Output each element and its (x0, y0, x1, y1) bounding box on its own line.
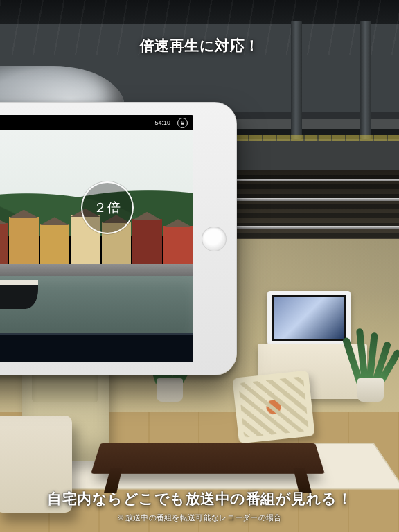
plant (346, 326, 395, 402)
player-screen: ２倍 54:10 (0, 115, 193, 362)
speed-label: ２倍 (94, 199, 121, 217)
promo-stage: 倍速再生に対応！ 自宅内ならどこでも放送中の番組が見れる！ ※放送中の番組を転送… (0, 0, 399, 532)
home-button[interactable] (202, 227, 227, 251)
svg-rect-0 (181, 123, 184, 125)
feature-caption-top: 倍速再生に対応！ (0, 36, 399, 55)
player-top-bar: 54:10 (0, 115, 193, 130)
ship (0, 248, 38, 309)
player-controls (0, 333, 193, 362)
feature-caption-bottom: 自宅内ならどこでも放送中の番組が見れる！ (0, 489, 399, 508)
feature-caption-note: ※放送中の番組を転送可能なレコーダーの場合 (0, 513, 399, 523)
time-remaining: 54:10 (154, 119, 170, 126)
lock-icon[interactable] (177, 118, 188, 128)
cushion (232, 371, 314, 444)
speed-indicator[interactable]: ２倍 (81, 181, 134, 234)
tv-screen (267, 291, 351, 345)
coffee-table (91, 443, 325, 474)
tablet-device: ２倍 54:10 (0, 102, 237, 375)
